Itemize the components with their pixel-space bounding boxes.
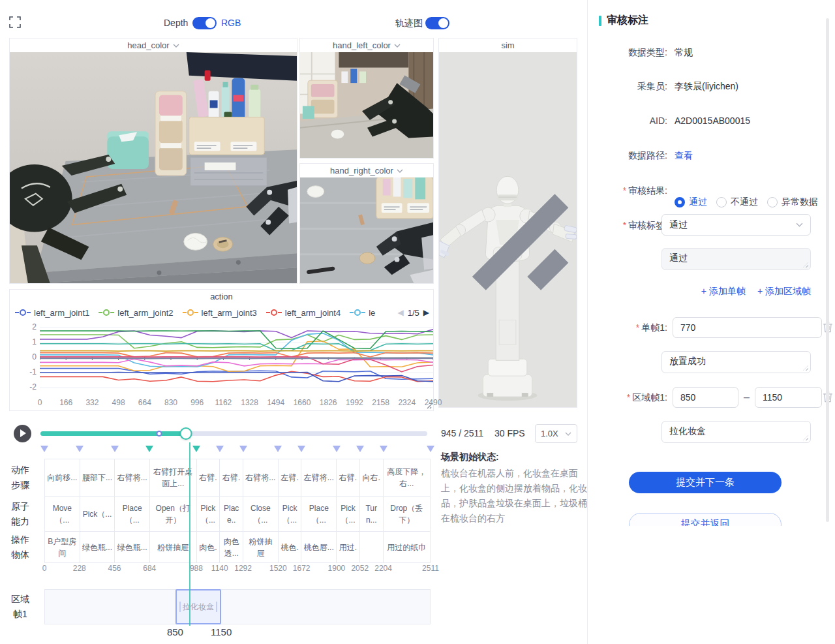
timeline-tick-label: 228 — [73, 564, 86, 573]
single-frame-input[interactable] — [673, 317, 822, 338]
play-button[interactable] — [14, 425, 31, 442]
legend-item[interactable]: le — [350, 308, 375, 318]
x-tick-label: 664 — [138, 398, 151, 407]
slider-handle[interactable] — [180, 427, 192, 440]
range-dash: – — [744, 391, 750, 403]
add-single-frame-link[interactable]: + 添加单帧 — [701, 286, 746, 298]
resize-handle-icon[interactable] — [439, 52, 575, 406]
x-tick-label: 1660 — [294, 398, 311, 407]
segment-marker[interactable] — [274, 446, 282, 452]
x-tick-label: 0 — [38, 398, 42, 407]
field-value: 常规 — [675, 47, 693, 59]
hand-left-camera-title[interactable]: hand_left_color — [300, 38, 433, 52]
depth-rgb-toggle[interactable] — [192, 17, 217, 29]
single-frame-note[interactable]: 放置成功 — [661, 351, 811, 373]
table-cell: 肉色. — [197, 532, 220, 562]
region-start-input[interactable] — [673, 387, 738, 408]
hand-right-camera-feed — [300, 177, 433, 283]
segment-marker[interactable] — [239, 446, 247, 452]
legend-item[interactable]: left_arm_joint1 — [15, 308, 89, 318]
timeline-tick-label: 2204 — [374, 564, 392, 573]
sim-panel: sim — [438, 38, 577, 408]
radio-option-异常数据[interactable]: 异常数据 — [767, 196, 818, 208]
fps-label: 30 FPS — [494, 428, 525, 438]
segment-marker[interactable] — [380, 446, 387, 452]
segment-marker[interactable] — [40, 446, 48, 452]
legend-series-icon — [99, 309, 114, 316]
toggle-knob — [438, 18, 448, 28]
review-tag-note[interactable]: 通过 — [661, 248, 811, 270]
required-asterisk: * — [627, 392, 630, 403]
table-cell: Pick（... — [80, 497, 115, 531]
annotation-review-app: Depth RGB 轨迹图 head_color — [0, 0, 835, 644]
submit-next-button[interactable]: 提交并下一条 — [629, 472, 782, 493]
legend-item[interactable]: left_arm_joint3 — [183, 308, 257, 318]
submit-return-button[interactable]: 提交并返回 — [629, 513, 782, 526]
chart-legend: left_arm_joint1 left_arm_joint2 left_arm… — [15, 305, 375, 320]
hand-right-camera-title[interactable]: hand_right_color — [300, 164, 433, 177]
pagination-label: 1/5 — [408, 308, 419, 318]
table-cell: 绿色瓶... — [115, 532, 150, 562]
single-frame-marker[interactable] — [156, 431, 162, 437]
segment-marker[interactable] — [216, 446, 224, 452]
y-tick-label: 0 — [17, 352, 37, 361]
play-icon — [20, 429, 26, 437]
table-cell: 左臂. — [279, 459, 302, 496]
table-cell: Pick（... — [197, 497, 220, 531]
radio-label: 通过 — [689, 196, 707, 208]
legend-item[interactable]: left_arm_joint2 — [99, 308, 173, 318]
sim-viewport[interactable] — [439, 52, 577, 407]
review-result-radio-group: 通过不通过异常数据 — [675, 196, 818, 208]
pagination-prev-icon[interactable]: ◀ — [397, 308, 403, 317]
review-tag-select[interactable]: 通过 — [661, 214, 811, 236]
scrollbar[interactable] — [826, 18, 829, 522]
playhead-line — [189, 442, 190, 626]
add-region-frame-link[interactable]: + 添加区域帧 — [757, 286, 811, 298]
segment-marker[interactable] — [145, 446, 153, 452]
timeline-tick-label: 684 — [143, 564, 156, 573]
region-frame-note[interactable]: 拉化妆盒 — [661, 421, 811, 443]
radio-option-通过[interactable]: 通过 — [675, 196, 707, 208]
head-camera-title-text: head_color — [127, 40, 169, 50]
table-cell: 左臂将... — [301, 459, 337, 496]
trajectory-toggle[interactable] — [425, 17, 449, 29]
review-panel: 审核标注 数据类型:常规采集员:李轶晨(liyichen)AID:A2D0015… — [587, 0, 835, 644]
segment-marker[interactable] — [111, 446, 119, 452]
rgb-label: RGB — [221, 18, 241, 28]
playback-slider[interactable] — [40, 431, 427, 436]
timeline-tick-label: 988 — [190, 564, 203, 573]
table-cell: 用过. — [337, 532, 360, 562]
table-cell: 右臂将... — [115, 459, 150, 496]
region-end-input[interactable] — [755, 387, 822, 408]
radio-icon — [767, 197, 778, 207]
region-start-label: 850 — [167, 626, 183, 637]
radio-option-不通过[interactable]: 不通过 — [716, 196, 758, 208]
row-label-operated-object: 操作物体 — [8, 532, 32, 563]
segment-marker[interactable] — [333, 446, 341, 452]
segment-marker[interactable] — [427, 446, 434, 452]
segment-marker[interactable] — [192, 446, 200, 452]
segment-marker[interactable] — [356, 446, 364, 452]
timeline-tick-label: 1672 — [293, 564, 311, 573]
resize-handle-icon[interactable] — [425, 403, 432, 409]
region-frame-track[interactable]: 拉化妆盒 — [44, 589, 431, 624]
segment-marker[interactable] — [76, 446, 84, 452]
table-row: Move（...Pick（...Place（...Open（打开）Pick（..… — [45, 497, 431, 532]
segment-marker[interactable] — [297, 446, 305, 452]
x-tick-label: 1826 — [320, 398, 337, 407]
fullscreen-icon[interactable] — [9, 16, 21, 28]
x-tick-label: 498 — [112, 398, 125, 407]
legend-series-icon — [183, 309, 198, 316]
head-camera-title[interactable]: head_color — [10, 38, 297, 52]
required-asterisk: * — [623, 220, 626, 230]
data-path-view-link[interactable]: 查看 — [675, 150, 693, 162]
region-frame-block[interactable]: 拉化妆盒 — [175, 589, 221, 624]
speed-select[interactable]: 1.0X — [535, 424, 577, 443]
legend-item[interactable]: left_arm_joint4 — [266, 308, 341, 318]
table-cell: B户型房间 — [45, 532, 80, 562]
hand-left-title-text: hand_left_color — [333, 40, 391, 50]
legend-label: left_arm_joint4 — [285, 308, 341, 318]
pagination-next-icon[interactable]: ▶ — [423, 308, 429, 317]
table-cell: 向右. — [360, 459, 384, 496]
row-label-region-frame: 区域帧1 — [8, 589, 32, 624]
